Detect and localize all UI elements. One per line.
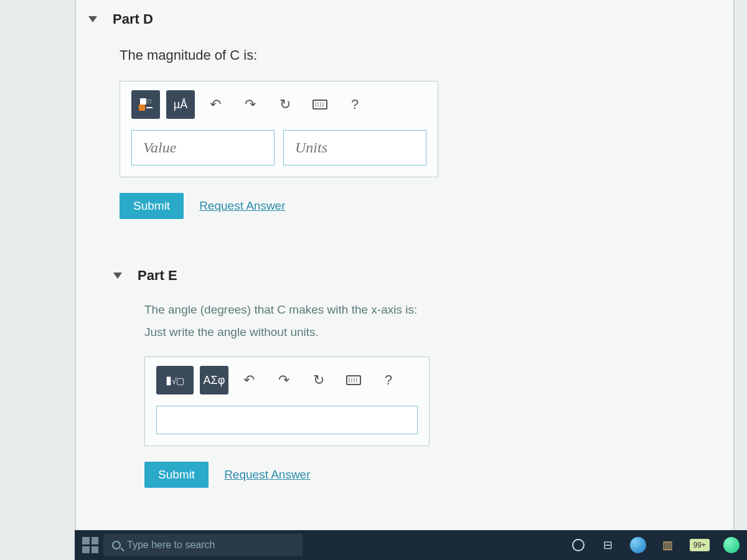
reset-icon: ↻ [313, 372, 324, 388]
help-icon: ? [385, 372, 392, 388]
start-button[interactable] [82, 537, 98, 553]
special-chars-label: µÅ [174, 98, 187, 111]
greek-label: ΑΣφ [204, 374, 225, 387]
part-e-prompt1: The angle (degrees) that C makes with th… [144, 301, 715, 319]
help-button[interactable]: ? [341, 90, 369, 119]
taskbar-tray: ⊟ ▥ 99+ [570, 537, 740, 553]
redo-button[interactable]: ↷ [270, 366, 298, 394]
help-icon: ? [351, 96, 359, 113]
part-e-answer-box: ▮√▢ ΑΣφ ↶ ↷ ↻ ? [144, 357, 430, 446]
greek-chars-button[interactable]: ΑΣφ [200, 366, 228, 394]
taskbar-search[interactable]: Type here to search [103, 534, 303, 556]
part-d-answer-box: □ µÅ ↶ ↷ ↻ [120, 81, 438, 177]
part-d-inputs [131, 130, 426, 166]
help-button[interactable]: ? [374, 366, 403, 394]
part-e-prompt2: Just write the angle without units. [144, 324, 715, 342]
sqrt-icon: ▮√▢ [166, 373, 185, 387]
units-input[interactable] [283, 130, 426, 166]
undo-icon: ↶ [210, 96, 221, 113]
part-e-title: Part E [138, 268, 177, 284]
submit-button[interactable]: Submit [144, 462, 209, 488]
cortana-icon[interactable] [570, 537, 586, 553]
part-e-header[interactable]: Part E [76, 256, 733, 295]
taskbar: Type here to search ⊟ ▥ 99+ [75, 530, 747, 560]
part-e-body: The angle (degrees) that C makes with th… [76, 295, 733, 500]
special-chars-button[interactable]: µÅ [166, 90, 195, 119]
chevron-down-icon [113, 273, 122, 279]
chevron-down-icon [88, 16, 97, 22]
angle-input[interactable] [156, 406, 418, 434]
redo-button[interactable]: ↷ [236, 90, 265, 119]
fraction-icon: □ [139, 98, 153, 111]
edge-icon[interactable] [630, 537, 646, 553]
reset-button[interactable]: ↻ [271, 90, 299, 119]
part-d-title: Part D [113, 11, 153, 27]
explorer-icon[interactable]: ▥ [660, 537, 676, 553]
keyboard-icon [312, 100, 327, 110]
part-d-prompt: The magnitude of C is: [120, 45, 715, 65]
submit-button[interactable]: Submit [120, 193, 184, 219]
search-icon [112, 541, 121, 549]
part-d-toolbar: □ µÅ ↶ ↷ ↻ [131, 90, 426, 119]
page-content: Part D The magnitude of C is: □ µÅ ↶ [75, 0, 735, 535]
part-d-body: The magnitude of C is: □ µÅ ↶ ↷ [76, 39, 733, 231]
part-d-header[interactable]: Part D [76, 0, 733, 39]
part-e-toolbar: ▮√▢ ΑΣφ ↶ ↷ ↻ ? [156, 366, 418, 394]
part-d-actions: Submit Request Answer [120, 193, 715, 219]
templates-button[interactable]: □ [131, 90, 160, 119]
request-answer-link[interactable]: Request Answer [199, 199, 285, 213]
undo-button[interactable]: ↶ [201, 90, 230, 119]
part-e-actions: Submit Request Answer [144, 462, 715, 488]
keyboard-button[interactable] [306, 90, 334, 119]
redo-icon: ↷ [278, 372, 289, 388]
notification-badge[interactable]: 99+ [690, 539, 710, 551]
undo-button[interactable]: ↶ [235, 366, 263, 394]
redo-icon: ↷ [245, 96, 256, 113]
keyboard-icon [346, 375, 361, 385]
keyboard-button[interactable] [339, 366, 368, 394]
reset-button[interactable]: ↻ [304, 366, 333, 394]
value-input[interactable] [131, 130, 275, 166]
request-answer-link[interactable]: Request Answer [224, 468, 310, 482]
templates-sqrt-button[interactable]: ▮√▢ [156, 366, 194, 394]
reset-icon: ↻ [280, 96, 291, 113]
search-placeholder: Type here to search [127, 539, 215, 551]
undo-icon: ↶ [243, 372, 255, 388]
app-icon[interactable] [723, 537, 740, 553]
task-view-icon[interactable]: ⊟ [600, 537, 616, 553]
